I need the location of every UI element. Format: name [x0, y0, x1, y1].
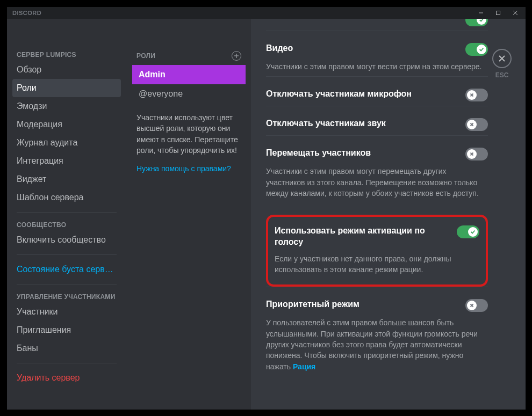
highlight-box: Использовать режим активации по голосу Е… — [266, 215, 488, 287]
sidebar-item-delete-server[interactable]: Удалить сервер — [12, 369, 121, 387]
role-item-everyone[interactable]: @everyone — [132, 84, 246, 104]
sidebar-separator — [17, 254, 117, 255]
sidebar-separator — [17, 363, 117, 363]
permission-title-video: Видео — [266, 43, 457, 54]
permission-toggle-vad[interactable] — [457, 225, 479, 238]
roles-help-link[interactable]: Нужна помощь с правами? — [132, 161, 246, 176]
sidebar-item-emoji[interactable]: Эмодзи — [12, 97, 121, 115]
permission-title-priority: Приоритетный режим — [266, 299, 457, 310]
sidebar-header-community: СООБЩЕСТВО — [12, 218, 121, 231]
sidebar-item-boost-status[interactable]: Состояние буста серв… — [12, 260, 121, 279]
sidebar-item-enable-community[interactable]: Включить сообщество — [12, 231, 121, 249]
permission-toggle-mute[interactable] — [465, 89, 488, 101]
sidebar-item-moderation[interactable]: Модерация — [12, 115, 121, 134]
permission-toggle-move[interactable] — [465, 148, 488, 160]
titlebar: Discord — [7, 7, 526, 19]
permission-title-mute: Отключать участникам микрофон — [266, 89, 457, 100]
sidebar-item-roles[interactable]: Роли — [12, 79, 121, 97]
sidebar-header-server: СЕРВЕР LUMPICS — [12, 48, 121, 61]
sidebar-item-bans[interactable]: Баны — [12, 339, 121, 357]
sidebar-item-overview[interactable]: Обзор — [12, 61, 121, 79]
content: СЕРВЕР LUMPICS Обзор Роли Эмодзи Модерац… — [7, 19, 526, 410]
permission-title-move: Перемещать участников — [266, 148, 457, 159]
permission-desc-priority: У пользователей с этим правом больше шан… — [266, 317, 488, 371]
sidebar-separator — [17, 284, 117, 284]
sidebar-item-widget[interactable]: Виджет — [12, 170, 121, 188]
permissions-panel: . Видео Участники — [251, 19, 526, 410]
roles-hint: Участники используют цвет высшей роли, к… — [132, 104, 246, 161]
maximize-button[interactable] — [491, 8, 505, 18]
permission-toggle-video[interactable] — [465, 43, 488, 56]
sidebar-item-invites[interactable]: Приглашения — [12, 321, 121, 339]
permission-desc-priority-link[interactable]: Рация — [293, 362, 315, 371]
esc-close-button[interactable] — [492, 49, 512, 68]
app-title: Discord — [12, 10, 41, 16]
role-item-admin[interactable]: Admin — [132, 65, 246, 84]
svg-rect-1 — [497, 11, 500, 15]
sidebar-separator — [17, 212, 117, 213]
sidebar-item-integrations[interactable]: Интеграция — [12, 152, 121, 170]
permission-desc-video: Участники с этим правом могут вести стри… — [266, 61, 488, 72]
roles-column: РОЛИ Admin @everyone Участники использую… — [126, 19, 251, 410]
close-button[interactable] — [508, 8, 522, 18]
esc-close: ESC — [492, 49, 512, 79]
sidebar-item-members[interactable]: Участники — [12, 303, 121, 321]
add-role-button[interactable] — [232, 51, 241, 61]
permission-toggle-deafen[interactable] — [465, 118, 488, 131]
sidebar-item-audit-log[interactable]: Журнал аудита — [12, 134, 121, 152]
app-window: Discord СЕРВЕР LUMPICS Обзор Роли Эмодзи — [7, 7, 526, 410]
sidebar-item-template[interactable]: Шаблон сервера — [12, 188, 121, 207]
sidebar-header-management: УПРАВЛЕНИЕ УЧАСТНИКАМИ — [12, 290, 121, 303]
roles-header: РОЛИ — [136, 52, 155, 60]
minimize-button[interactable] — [474, 8, 488, 18]
settings-sidebar: СЕРВЕР LUMPICS Обзор Роли Эмодзи Модерац… — [7, 19, 126, 410]
window-controls — [474, 8, 522, 18]
permission-desc-move: Участники с этим правом могут перемещать… — [266, 166, 488, 199]
permission-desc-vad: Если у участников нет данного права, они… — [275, 253, 479, 275]
permission-toggle-cut[interactable] — [465, 19, 488, 26]
esc-label: ESC — [495, 71, 509, 79]
permission-title-deafen: Отключать участникам звук — [266, 118, 457, 129]
permission-toggle-priority[interactable] — [465, 299, 488, 312]
permission-title-vad: Использовать режим активации по голосу — [275, 225, 448, 248]
